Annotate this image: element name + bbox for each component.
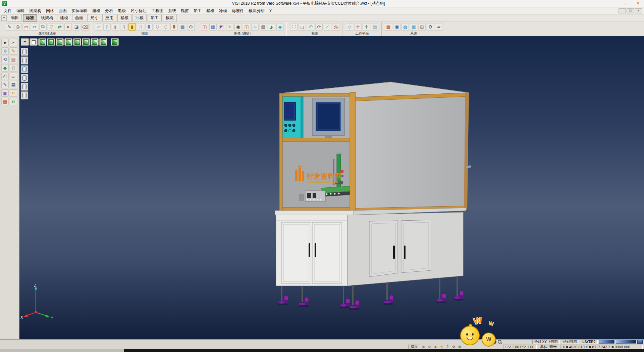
model-viewport[interactable]: 智造资料网 (19, 36, 644, 339)
table-icon[interactable]: ▦ (10, 81, 17, 88)
display-settings-icon[interactable]: ▣ (393, 23, 400, 31)
print-preview-icon[interactable]: ⎙ (14, 23, 21, 31)
tab-flow[interactable]: 模流 (163, 14, 177, 22)
shaded-view-cube-icon[interactable] (111, 38, 119, 46)
wire-display-icon[interactable] (21, 56, 28, 64)
solid-display-icon[interactable] (21, 65, 28, 73)
erase-filter-icon[interactable]: ⌫ (81, 23, 89, 31)
menu-solid-edit[interactable]: 实体编辑 (69, 7, 90, 14)
menu-mold[interactable]: 塑模 (204, 7, 217, 14)
extrude-icon[interactable]: ◆ (1, 64, 9, 72)
scale-field[interactable]: LS: 1.00 PS: 1.00 (503, 345, 537, 349)
menu-standard-parts[interactable]: 标准件 (229, 7, 246, 14)
layers-icon[interactable]: ▤ (10, 56, 17, 63)
menu-mesh[interactable]: 网格 (44, 7, 56, 14)
transform-icon[interactable]: ✥ (1, 47, 9, 55)
workplane-list-icon[interactable]: ▤ (371, 23, 378, 31)
layer-color-swatch[interactable] (599, 340, 614, 344)
menu-flow-analysis[interactable]: 模流分析 (246, 7, 267, 14)
menu-electrode[interactable]: 电极 (115, 7, 128, 14)
viewport-menu-icon[interactable]: ≡ (21, 38, 29, 46)
system-settings-icon[interactable]: ⚙ (427, 23, 434, 31)
bottom-view-icon[interactable] (99, 38, 107, 46)
material-icon[interactable]: ◩ (218, 23, 225, 31)
axonometric-view-icon[interactable] (38, 38, 46, 46)
filter-arrow-icon[interactable]: ➤ (64, 23, 72, 31)
right-view-icon[interactable] (73, 38, 81, 46)
trim-icon[interactable]: ✂ (10, 39, 17, 46)
settings-gear-icon[interactable]: ⚙ (451, 345, 457, 349)
menu-help[interactable]: ? (267, 7, 274, 14)
tab-edit[interactable]: 编辑 (8, 14, 22, 22)
zoom-all-icon[interactable]: ⛶ (290, 23, 298, 31)
tab-dimension[interactable]: 尺寸 (87, 14, 101, 22)
dynamic-section-icon[interactable]: ◫ (243, 23, 250, 31)
tab-molding[interactable]: 塑模 (117, 14, 131, 22)
workplane-origin-icon[interactable]: ✛ (354, 23, 362, 31)
tab-modeling[interactable]: 建模 (57, 14, 71, 22)
view-mode-field[interactable]: 绝对 XY 上视图 (532, 340, 560, 344)
front-view-icon[interactable] (64, 38, 72, 46)
annotate-icon[interactable]: ✎ (1, 81, 9, 88)
help-2-icon[interactable]: 2 (445, 345, 450, 349)
paste-entities-icon[interactable]: ⧉ (39, 23, 47, 31)
graphics-settings-icon[interactable]: ⚙ (187, 23, 195, 31)
sheet-icon[interactable]: ▱ (10, 73, 17, 80)
copy-entities-icon[interactable]: ✂ (31, 23, 38, 31)
edit-attributes-icon[interactable]: ✎ (6, 23, 13, 31)
print-icon[interactable]: ⎙ (427, 345, 432, 349)
menu-window[interactable]: 视窗 (178, 7, 191, 14)
lighting-icon[interactable]: ☀ (226, 23, 233, 31)
isometric-view-icon[interactable] (47, 38, 55, 46)
cylinder-wire-icon[interactable]: ⬯ (154, 23, 161, 31)
layer-grid-icon[interactable]: ▦ (410, 23, 417, 31)
shaded-edges-mode-icon[interactable]: ▯ (120, 23, 127, 31)
menu-wireframe[interactable]: 线架构 (27, 7, 44, 14)
notebook-icon[interactable]: ▯ (10, 64, 17, 72)
menu-die[interactable]: 冲模 (217, 7, 229, 14)
plot-icon[interactable]: ⎙ (1, 73, 9, 80)
back-view-icon[interactable] (91, 38, 99, 46)
select-icon[interactable]: ➤ (1, 39, 9, 46)
cylinder-section-icon[interactable]: ⬮ (170, 23, 178, 31)
menu-analysis[interactable]: 分析 (103, 7, 115, 14)
status-color-button[interactable] (637, 340, 643, 344)
tab-machining[interactable]: 加工 (148, 14, 162, 22)
undo-icon[interactable]: ↩ (10, 89, 17, 97)
draft-analysis-icon[interactable]: ◭ (268, 23, 275, 31)
osnap-icon[interactable]: ◆ (433, 345, 438, 349)
menu-machining[interactable]: 加工 (191, 7, 204, 14)
measure-icon[interactable]: ⟋ (324, 23, 331, 31)
model-canvas[interactable]: 智造资料网 (19, 36, 644, 339)
color-palette-icon[interactable]: ▦ (385, 23, 392, 31)
desktop-mascot[interactable]: W W W (459, 318, 502, 351)
active-layer-field[interactable]: LAYER0 (580, 340, 598, 344)
snap-grid-icon[interactable]: ⊞ (418, 23, 426, 31)
rotate-icon[interactable]: ⟲ (1, 56, 9, 63)
hidden-line-mode-icon[interactable]: ▯ (103, 23, 111, 31)
section-display-icon[interactable] (21, 83, 28, 91)
transparent-mode-icon[interactable]: ▯ (137, 23, 144, 31)
render-mode-active-icon[interactable]: ▮ (128, 23, 136, 31)
sketch-edit-icon[interactable]: ✎ (10, 47, 17, 55)
menu-file[interactable]: 文件 (1, 7, 14, 14)
cut-entities-icon[interactable]: ✂ (22, 23, 30, 31)
select-mode-icon[interactable]: ▣ (421, 345, 426, 349)
texture-map-icon[interactable]: ▦ (209, 23, 217, 31)
close-button[interactable]: ✕ (632, 0, 644, 7)
wireframe-mode-icon[interactable]: ▱ (95, 23, 102, 31)
block-icon[interactable]: ▣ (1, 89, 9, 97)
viewport-single-icon[interactable] (30, 38, 38, 46)
mask-icon[interactable]: ◪ (73, 23, 80, 31)
redraw-icon[interactable]: ⟳ (315, 23, 323, 31)
cylinder-hidden-icon[interactable]: ⬯ (162, 23, 169, 31)
tab-standard[interactable]: 标准 (23, 14, 37, 22)
tab-surface[interactable]: 曲面 (72, 14, 86, 22)
render-gem-icon[interactable]: ◆ (276, 23, 284, 31)
zebra-analysis-icon[interactable]: ▤ (260, 23, 267, 31)
shaded-display-icon[interactable] (21, 48, 28, 56)
menu-system[interactable]: 系统 (166, 7, 178, 14)
units-field[interactable]: 单位: 毫米 (538, 345, 559, 349)
menu-dimension[interactable]: 尺寸标注 (128, 7, 149, 14)
edges-display-icon[interactable] (21, 91, 28, 99)
